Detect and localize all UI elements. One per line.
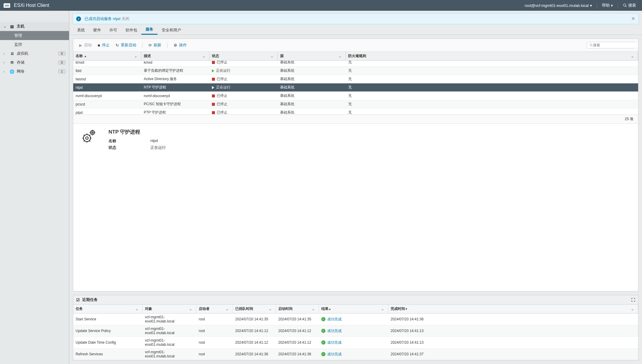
cell-firewall: 无 bbox=[346, 61, 638, 66]
tcol-queued[interactable]: 已排队时间⌄ bbox=[233, 305, 276, 313]
nav-vms[interactable]: › 🖥 虚拟机 0 bbox=[0, 49, 69, 58]
tab-hardware[interactable]: 硬件 bbox=[89, 26, 105, 35]
chevron-down-icon[interactable]: ⌄ bbox=[133, 54, 139, 58]
refresh-button[interactable]: ⟳ 刷新 bbox=[146, 41, 164, 49]
vm-icon: 🖥 bbox=[10, 51, 14, 56]
tab-license[interactable]: 许可 bbox=[105, 26, 121, 35]
nav-monitor[interactable]: 监控 bbox=[0, 40, 69, 49]
cell-desc: 基于负载的绑定守护进程 bbox=[141, 67, 210, 75]
chevron-down-icon[interactable]: ⌄ bbox=[380, 307, 386, 311]
stopped-icon bbox=[212, 61, 215, 64]
tcol-initiator[interactable]: 启动者⌄ bbox=[196, 305, 233, 313]
service-row[interactable]: nvmf-discoveryd nvmf-discoveryd 已停止 基础系统… bbox=[73, 92, 638, 100]
check-icon: ✓ bbox=[321, 340, 325, 345]
notif-suffix: 关闭 bbox=[122, 16, 129, 21]
sort-asc-icon: ▲ bbox=[84, 55, 87, 58]
cell-queued: 2024/07/20 14:41:36 bbox=[233, 348, 276, 360]
col-firewall[interactable]: 防火墙规则 ⌄ bbox=[346, 52, 638, 60]
start-button[interactable]: ▶ 启动 bbox=[77, 41, 94, 49]
caret-right-icon: › bbox=[4, 70, 7, 73]
cell-firewall: 无 bbox=[346, 108, 638, 114]
cell-result: ✓成功完成 bbox=[319, 348, 388, 360]
task-row[interactable]: Refresh Services vcf-mgmt01-esxi01.mulab… bbox=[73, 348, 638, 360]
col-desc[interactable]: 描述 ⌄ bbox=[141, 52, 210, 60]
tab-security[interactable]: 安全和用户 bbox=[158, 26, 185, 35]
col-name[interactable]: 名称 ▲ ⌄ bbox=[73, 52, 141, 60]
col-source[interactable]: 源 ⌄ bbox=[278, 52, 346, 60]
chevron-down-icon[interactable]: ⌄ bbox=[310, 307, 316, 311]
cell-object: vcf-mgmt01-esxi01.mulab.local bbox=[143, 348, 196, 360]
tcol-started[interactable]: 启动时间⌄ bbox=[276, 305, 319, 313]
cell-initiator: root bbox=[196, 313, 233, 325]
tab-services[interactable]: 服务 bbox=[141, 25, 158, 35]
tab-system[interactable]: 系统 bbox=[73, 26, 89, 35]
cell-completed: 2024/07/20 14:41:13 bbox=[388, 337, 638, 348]
stop-button[interactable]: ■ 停止 bbox=[95, 41, 112, 49]
grid-body[interactable]: kmxd kmxd 已停止 基础系统 无 lbtd 基于负载的绑定守护进程 正在… bbox=[73, 61, 638, 114]
nav-manage-label: 管理 bbox=[14, 33, 65, 38]
service-row[interactable]: lbtd 基于负载的绑定守护进程 正在运行 基础系统 无 bbox=[73, 67, 638, 75]
nav-host[interactable]: ⌄ ▤ 主机 bbox=[0, 22, 69, 31]
cell-object: vcf-mgmt01-esxi01.mulab.local bbox=[143, 313, 196, 325]
restart-button[interactable]: ↻ 重新启动 bbox=[113, 41, 139, 49]
cell-firewall: 无 bbox=[346, 83, 638, 91]
user-menu[interactable]: root@vcf-mgmt01-esxi01.mulab.local ▾ bbox=[522, 3, 594, 8]
cell-completed: 2024/07/20 14:41:36 bbox=[388, 313, 638, 325]
service-row[interactable]: ptpd PTP 守护进程 已停止 基础系统 无 bbox=[73, 108, 638, 114]
cell-name: lbtd bbox=[73, 67, 141, 75]
cell-result: ✓成功完成 bbox=[319, 325, 388, 337]
tcol-object[interactable]: 对象⌄ bbox=[143, 305, 196, 313]
toolbar-search[interactable] bbox=[587, 42, 635, 48]
tcol-completed[interactable]: 完成时间 ▼⌄ bbox=[388, 305, 638, 313]
start-label: 启动 bbox=[84, 42, 92, 48]
info-icon: i bbox=[76, 16, 81, 21]
svg-point-5 bbox=[86, 137, 88, 139]
task-row[interactable]: Start Service vcf-mgmt01-esxi01.mulab.lo… bbox=[73, 313, 638, 325]
chevron-down-icon[interactable]: ⌄ bbox=[267, 307, 273, 311]
chevron-down-icon: ▾ bbox=[590, 3, 592, 8]
cell-desc: PTP 守护进程 bbox=[141, 108, 210, 114]
svg-point-4 bbox=[83, 134, 91, 142]
chevron-down-icon[interactable]: ⌄ bbox=[134, 307, 140, 311]
chevron-down-icon[interactable]: ⌄ bbox=[224, 307, 230, 311]
chevron-down-icon[interactable]: ⌄ bbox=[269, 54, 275, 58]
chevron-down-icon[interactable]: ⌄ bbox=[337, 54, 343, 58]
task-row[interactable]: Update Service Policy vcf-mgmt01-esxi01.… bbox=[73, 325, 638, 337]
network-count: 1 bbox=[58, 69, 65, 74]
service-row[interactable]: kmxd kmxd 已停止 基础系统 无 bbox=[73, 61, 638, 67]
chevron-down-icon[interactable]: ⌄ bbox=[201, 54, 207, 58]
refresh-icon: ⟳ bbox=[149, 43, 152, 48]
nav-host-label: 主机 bbox=[17, 24, 65, 29]
cell-task: Start Service bbox=[73, 313, 143, 325]
search-input[interactable] bbox=[593, 43, 638, 47]
service-row[interactable]: pcscd PC/SC 智能卡守护进程 已停止 基础系统 无 bbox=[73, 100, 638, 108]
chevron-down-icon[interactable]: ⌄ bbox=[188, 307, 194, 311]
actions-button[interactable]: ⚙ 操作 bbox=[171, 41, 189, 49]
expand-icon[interactable]: ⛶ bbox=[631, 298, 635, 302]
tcol-task[interactable]: 任务⌄ bbox=[73, 305, 143, 313]
detail-name-label: 名称 bbox=[108, 138, 132, 144]
task-row[interactable]: Update Date Time Config vcf-mgmt01-esxi0… bbox=[73, 337, 638, 348]
tab-packages[interactable]: 软件包 bbox=[121, 26, 141, 35]
col-fw-label: 防火墙规则 bbox=[348, 53, 366, 59]
service-row[interactable]: ntpd NTP 守护进程 正在运行 基础系统 无 bbox=[73, 83, 638, 92]
stopped-icon bbox=[212, 111, 215, 114]
service-row[interactable]: lwsmd Active Directory 服务 已停止 基础系统 无 bbox=[73, 75, 638, 83]
svg-point-2 bbox=[590, 44, 592, 46]
tasks-header: ☑ 近期任务 ⛶ bbox=[73, 295, 638, 305]
close-icon[interactable]: ✕ bbox=[631, 16, 635, 22]
nav-network[interactable]: › 🌐 网络 1 bbox=[0, 67, 69, 76]
cell-status: 已停止 bbox=[210, 108, 278, 114]
cell-source: 基础系统 bbox=[278, 100, 346, 108]
search-icon bbox=[589, 43, 593, 47]
play-icon: ▶ bbox=[79, 43, 82, 48]
chevron-down-icon[interactable]: ⌄ bbox=[629, 54, 635, 58]
cell-firewall: 无 bbox=[346, 67, 638, 75]
tcol-result[interactable]: 结果 ▲⌄ bbox=[319, 305, 388, 313]
global-search[interactable]: 搜索 bbox=[620, 3, 638, 8]
help-menu[interactable]: 帮助 ▾ bbox=[600, 3, 615, 8]
col-status[interactable]: 状态 ⌄ bbox=[210, 52, 278, 60]
nav-manage[interactable]: 管理 bbox=[0, 31, 69, 40]
nav-storage[interactable]: › ⛃ 存储 0 bbox=[0, 58, 69, 67]
chevron-down-icon[interactable]: ⌄ bbox=[629, 307, 635, 311]
